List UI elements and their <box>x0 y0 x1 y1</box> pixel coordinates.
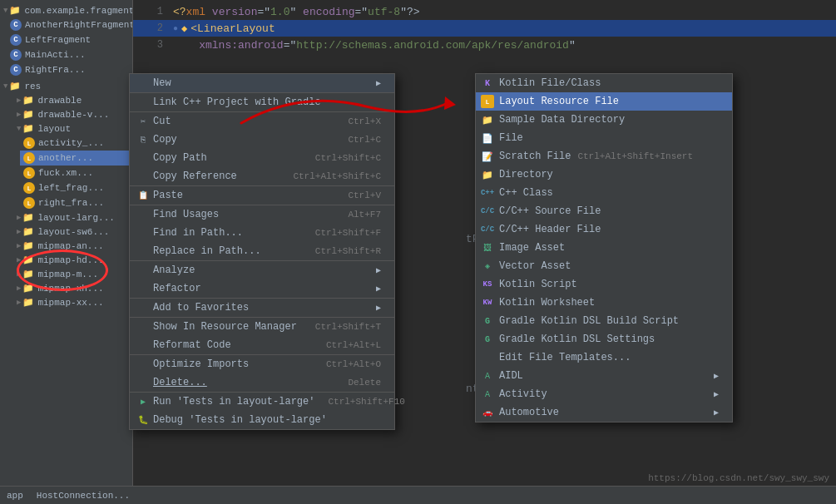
link-icon <box>136 96 150 109</box>
submenu-item-scratch[interactable]: 📝 Scratch File Ctrl+Alt+Shift+Insert <box>476 147 732 166</box>
tree-item-activity[interactable]: L activity_... <box>20 136 132 151</box>
menu-item-run-tests[interactable]: ▶ Run 'Tests in layout-large' Ctrl+Shift… <box>130 392 394 411</box>
tree-item-main-acti[interactable]: C MainActi... <box>7 47 132 62</box>
submenu-label: Kotlin Script <box>499 279 577 290</box>
tree-item-mipmap-hd[interactable]: ▶ 📁 mipmap-hd... <box>13 253 132 267</box>
submenu-label: Directory <box>499 169 553 180</box>
submenu-item-automotive[interactable]: 🚗 Automotive ▶ <box>476 403 732 422</box>
tree-root[interactable]: ▼ 📁 com.example.fragmenttest <box>0 3 132 17</box>
folder-icon: 📁 <box>22 95 34 106</box>
tree-label: right_fra... <box>38 198 104 208</box>
menu-item-analyze[interactable]: Analyze ▶ <box>130 260 394 279</box>
code-content: <?xml version="1.0" encoding="utf-8"?> <box>173 6 420 18</box>
tree-item-left-frag[interactable]: L left_frag... <box>20 180 132 195</box>
menu-item-delete[interactable]: Delete... Delete <box>130 373 394 392</box>
tree-item-right-fra2[interactable]: L right_fra... <box>20 195 132 210</box>
status-text: HostConnection... <box>37 491 130 501</box>
layout-icon: L <box>23 167 35 179</box>
tree-label: layout-sw6... <box>37 227 109 237</box>
menu-label: Find Usages <box>153 209 334 220</box>
tree-item-layout-large[interactable]: ▶ 📁 layout-larg... <box>13 210 132 225</box>
tree-item-layout-sw6[interactable]: ▶ 📁 layout-sw6... <box>13 225 132 239</box>
code-line-3: 3 xmlns:android="http://schemas.android.… <box>133 37 836 53</box>
menu-item-copy-ref[interactable]: Copy Reference Ctrl+Alt+Shift+C <box>130 167 394 185</box>
tree-item-mipmap-xx[interactable]: ▶ 📁 mipmap-xx... <box>13 295 132 309</box>
line-number: 2 <box>140 22 163 34</box>
menu-item-copy-path[interactable]: Copy Path Ctrl+Shift+C <box>130 149 394 167</box>
tree-item-layout[interactable]: ▼ 📁 layout <box>13 121 132 136</box>
tree-item-mipmap-xh[interactable]: ▶ 📁 mipmap-xh... <box>13 281 132 295</box>
submenu-item-image[interactable]: 🖼 Image Asset <box>476 239 732 257</box>
tree-item-fuck[interactable]: L fuck.xm... <box>20 166 132 180</box>
shortcut: Ctrl+Alt+Shift+Insert <box>577 151 693 161</box>
menu-item-debug-tests[interactable]: 🐛 Debug 'Tests in layout-large' <box>130 411 394 429</box>
submenu-item-kotlin-file[interactable]: K Kotlin File/Class <box>476 74 732 92</box>
submenu-item-layout[interactable]: L Layout Resource File <box>476 92 732 111</box>
submenu-item-vector[interactable]: ◈ Vector Asset <box>476 257 732 275</box>
folder-icon: 📁 <box>22 254 34 265</box>
menu-item-cut[interactable]: ✂ Cut Ctrl+X <box>130 111 394 131</box>
image-asset-icon: 🖼 <box>481 241 494 254</box>
tree-item-drawable[interactable]: ▶ 📁 drawable <box>13 93 132 107</box>
tree-item-drawable-v[interactable]: ▶ 📁 drawable-v... <box>13 107 132 121</box>
tree-label: mipmap-m... <box>37 269 98 279</box>
new-icon <box>136 77 150 90</box>
menu-item-find-usages[interactable]: Find Usages Alt+F7 <box>130 205 394 224</box>
tree-item-another[interactable]: L another... <box>20 151 132 166</box>
file-icon: 📄 <box>481 131 494 145</box>
submenu-item-cpp-class[interactable]: C++ C++ Class <box>476 184 732 202</box>
menu-item-paste[interactable]: 📋 Paste Ctrl+V <box>130 185 394 205</box>
submenu-item-directory[interactable]: 📁 Directory <box>476 166 732 184</box>
menu-item-copy[interactable]: ⎘ Copy Ctrl+C <box>130 131 394 149</box>
kotlin-file-icon: K <box>481 77 494 90</box>
submenu-item-cpp-source[interactable]: C/C C/C++ Source File <box>476 202 732 220</box>
layout-icon: L <box>23 197 35 209</box>
menu-item-show-resource[interactable]: Show In Resource Manager Ctrl+Shift+T <box>130 317 394 336</box>
menu-item-optimize[interactable]: Optimize Imports Ctrl+Alt+O <box>130 354 394 373</box>
expand-icon: ▼ <box>17 125 21 133</box>
menu-item-reformat[interactable]: Reformat Code Ctrl+Alt+L <box>130 336 394 354</box>
tree-item-left-fragment[interactable]: C LeftFragment <box>7 32 132 47</box>
submenu-item-gradle-settings[interactable]: G Gradle Kotlin DSL Settings <box>476 330 732 348</box>
tree-item-res[interactable]: ▼ 📁 res <box>0 79 132 93</box>
folder-icon: 📁 <box>22 297 34 308</box>
layout-icon: L <box>23 137 35 149</box>
menu-item-new[interactable]: New ▶ <box>130 74 394 92</box>
favorites-icon <box>136 301 150 314</box>
analyze-icon <box>136 264 150 277</box>
tree-item-mipmap-m[interactable]: ▶ 📁 mipmap-m... <box>13 267 132 281</box>
submenu-item-gradle-build[interactable]: G Gradle Kotlin DSL Build Script <box>476 312 732 330</box>
file-tree: ▼ 📁 com.example.fragmenttest C AnotherRi… <box>0 0 133 504</box>
kotlin-icon: C <box>10 64 22 76</box>
submenu-item-aidl[interactable]: A AIDL ▶ <box>476 367 732 385</box>
tree-expand-icon: ▼ <box>3 7 7 15</box>
submenu-item-cpp-header[interactable]: C/C C/C++ Header File <box>476 220 732 239</box>
submenu-item-kotlin-script[interactable]: KS Kotlin Script <box>476 275 732 294</box>
optimize-icon <box>136 358 150 371</box>
folder-icon: 📁 <box>22 269 34 279</box>
expand-icon: ▶ <box>17 284 21 293</box>
menu-item-link-cpp[interactable]: Link C++ Project with Gradle <box>130 92 394 111</box>
submenu-item-kotlin-worksheet[interactable]: KW Kotlin Worksheet <box>476 294 732 312</box>
submenu-item-sample[interactable]: 📁 Sample Data Directory <box>476 111 732 129</box>
menu-label: Add to Favorites <box>153 302 369 314</box>
tree-item-another-right[interactable]: C AnotherRightFragment <box>7 17 132 32</box>
menu-label: Find in Path... <box>153 227 302 239</box>
tree-item-mipmap-an[interactable]: ▶ 📁 mipmap-an... <box>13 239 132 253</box>
submenu-item-edit-templates[interactable]: Edit File Templates... <box>476 348 732 367</box>
refactor-icon <box>136 282 150 295</box>
tree-item-right-fra[interactable]: C RightFra... <box>7 62 132 77</box>
menu-item-find-in-path[interactable]: Find in Path... Ctrl+Shift+F <box>130 224 394 242</box>
menu-label: Optimize Imports <box>153 358 313 370</box>
menu-item-refactor[interactable]: Refactor ▶ <box>130 279 394 298</box>
menu-item-replace-in-path[interactable]: Replace in Path... Ctrl+Shift+R <box>130 242 394 260</box>
code-content: <LinearLayout <box>190 22 275 35</box>
find-path-icon <box>136 226 150 240</box>
submenu-item-file[interactable]: 📄 File <box>476 129 732 147</box>
submenu-label: Gradle Kotlin DSL Settings <box>499 334 655 345</box>
menu-label: Refactor <box>153 283 369 294</box>
menu-item-add-favorites[interactable]: Add to Favorites ▶ <box>130 298 394 317</box>
submenu-item-activity[interactable]: A Activity ▶ <box>476 385 732 403</box>
layout-icon: L <box>23 152 35 164</box>
scratch-icon: 📝 <box>481 150 494 163</box>
